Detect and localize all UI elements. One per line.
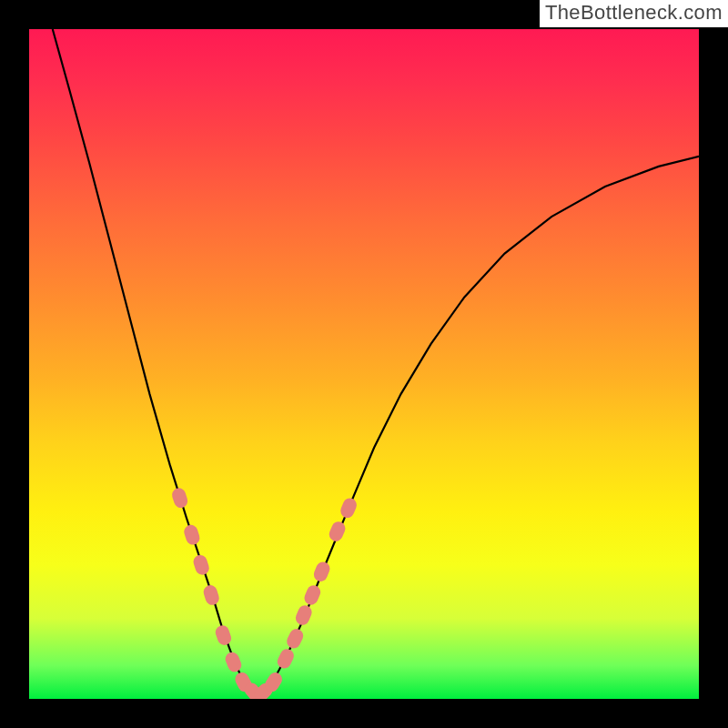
watermark-label: TheBottleneck.com — [540, 0, 728, 27]
chart-gradient-background — [29, 29, 699, 699]
chart-frame: TheBottleneck.com — [0, 0, 728, 728]
